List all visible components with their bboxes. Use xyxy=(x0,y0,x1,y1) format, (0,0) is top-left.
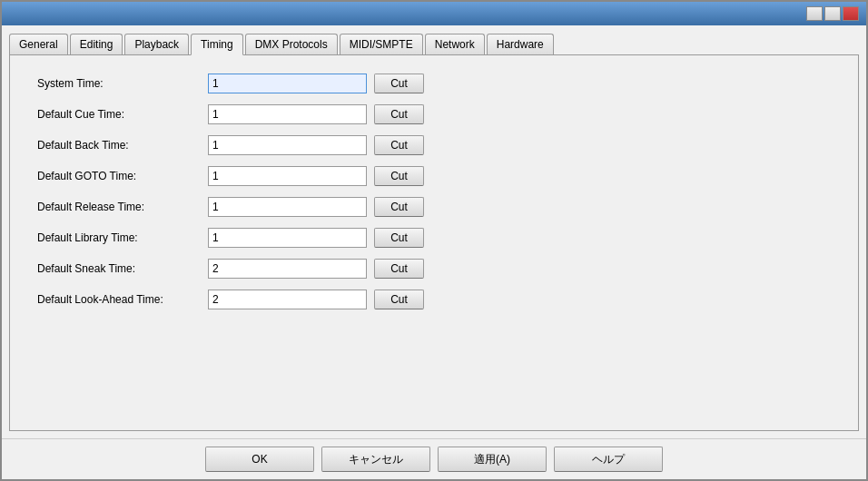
input-0[interactable] xyxy=(208,74,367,93)
input-7[interactable] xyxy=(208,290,367,309)
bottom-bar: OKキャンセル適用(A)ヘルプ xyxy=(2,438,866,479)
cut-button-6[interactable]: Cut xyxy=(374,259,424,279)
timing-panel: System Time:CutDefault Cue Time:CutDefau… xyxy=(9,54,859,431)
help-button[interactable]: ヘルプ xyxy=(554,447,663,472)
maximize-button[interactable] xyxy=(824,6,841,21)
tab-dmx[interactable]: DMX Protocols xyxy=(245,34,338,55)
label-6: Default Sneak Time: xyxy=(37,262,201,275)
cut-button-3[interactable]: Cut xyxy=(374,166,424,186)
minimize-button[interactable] xyxy=(806,6,823,21)
label-1: Default Cue Time: xyxy=(37,108,201,121)
input-2[interactable] xyxy=(208,135,367,155)
close-button[interactable] xyxy=(843,6,859,21)
title-bar-controls xyxy=(806,6,859,21)
cut-button-0[interactable]: Cut xyxy=(374,74,424,93)
field-row: Default GOTO Time:Cut xyxy=(37,166,831,186)
field-row: Default Library Time:Cut xyxy=(37,228,831,248)
cut-button-5[interactable]: Cut xyxy=(374,228,424,248)
field-row: Default Back Time:Cut xyxy=(37,135,831,155)
main-window: GeneralEditingPlaybackTimingDMX Protocol… xyxy=(0,0,868,481)
cancel-button[interactable]: キャンセル xyxy=(321,447,430,472)
tab-editing[interactable]: Editing xyxy=(70,34,123,55)
label-3: Default GOTO Time: xyxy=(37,170,201,182)
tab-network[interactable]: Network xyxy=(425,34,485,55)
tab-playback[interactable]: Playback xyxy=(124,34,189,55)
label-0: System Time: xyxy=(37,77,201,90)
label-4: Default Release Time: xyxy=(37,201,201,213)
tab-general[interactable]: General xyxy=(9,34,68,55)
apply-button[interactable]: 適用(A) xyxy=(438,447,547,472)
title-bar xyxy=(2,2,866,25)
input-6[interactable] xyxy=(208,259,367,279)
field-row: Default Release Time:Cut xyxy=(37,197,831,217)
field-row: Default Cue Time:Cut xyxy=(37,104,831,124)
tab-hardware[interactable]: Hardware xyxy=(487,34,554,55)
cut-button-1[interactable]: Cut xyxy=(374,104,424,124)
tab-midi[interactable]: MIDI/SMPTE xyxy=(340,34,423,55)
cut-button-4[interactable]: Cut xyxy=(374,197,424,217)
tab-timing[interactable]: Timing xyxy=(191,34,243,55)
cut-button-2[interactable]: Cut xyxy=(374,135,424,155)
input-3[interactable] xyxy=(208,166,367,186)
tab-bar: GeneralEditingPlaybackTimingDMX Protocol… xyxy=(9,33,859,54)
label-5: Default Library Time: xyxy=(37,231,201,244)
label-2: Default Back Time: xyxy=(37,139,201,152)
cut-button-7[interactable]: Cut xyxy=(374,290,424,309)
field-row: Default Look-Ahead Time:Cut xyxy=(37,290,831,309)
input-5[interactable] xyxy=(208,228,367,248)
input-1[interactable] xyxy=(208,104,367,124)
ok-button[interactable]: OK xyxy=(205,447,314,472)
field-row: Default Sneak Time:Cut xyxy=(37,259,831,279)
input-4[interactable] xyxy=(208,197,367,217)
field-row: System Time:Cut xyxy=(37,74,831,93)
label-7: Default Look-Ahead Time: xyxy=(37,293,201,306)
content-area: GeneralEditingPlaybackTimingDMX Protocol… xyxy=(2,25,866,438)
